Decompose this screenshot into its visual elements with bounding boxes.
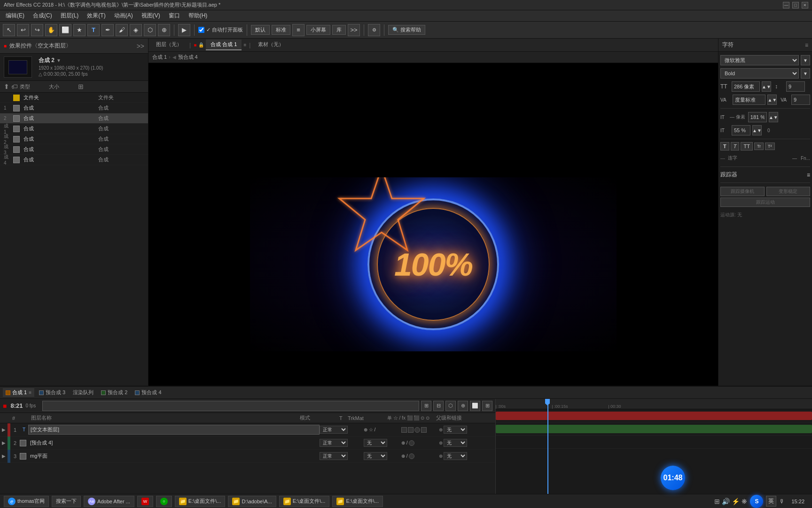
sys-mic-icon[interactable]: 🎙: [779, 498, 785, 505]
tracking-input[interactable]: [791, 95, 810, 105]
char-panel-menu-icon[interactable]: ≡: [805, 42, 808, 48]
breadcrumb-precomp4[interactable]: 预合成 4: [178, 54, 198, 61]
sougou-clock-badge[interactable]: 01:48: [661, 466, 685, 490]
taskbar-search[interactable]: 搜索一下: [52, 496, 81, 507]
kerning-stepper[interactable]: ▲▼: [767, 95, 777, 105]
tl-tab-render[interactable]: 渲染队列: [70, 388, 96, 397]
font-style-arrow[interactable]: ▼: [801, 68, 810, 79]
kerning-input[interactable]: [733, 95, 765, 105]
tool-zoom[interactable]: ⬜: [59, 24, 71, 36]
switch-3-1[interactable]: [409, 453, 414, 459]
viewer-tab-layer[interactable]: 图层（无）: [151, 40, 187, 50]
horiz-scale-input[interactable]: [732, 125, 750, 135]
viewer-tab-footage[interactable]: 素材（无）: [253, 40, 289, 50]
layer-expand-3[interactable]: ▶: [0, 453, 8, 459]
parent-select-2[interactable]: 无: [444, 439, 467, 447]
effect-controls-menu[interactable]: >>: [137, 42, 144, 50]
tl-tool-2[interactable]: ⊟: [433, 401, 444, 411]
preset-standard[interactable]: 标准: [272, 25, 290, 35]
tl-tool-4[interactable]: ⊕: [458, 401, 468, 411]
sys-network-icon[interactable]: ⊞: [714, 498, 720, 505]
menu-composition[interactable]: 合成(C): [29, 11, 56, 21]
list-item[interactable]: 成 1 合成 合成: [0, 124, 148, 134]
menu-layer[interactable]: 图层(L): [57, 11, 83, 21]
tl-tab-comp1[interactable]: 合成 1 ≡: [3, 388, 34, 397]
preset-menu-icon[interactable]: ≡: [292, 24, 304, 36]
switch-1-2[interactable]: [408, 427, 414, 433]
style-bold-btn[interactable]: T: [720, 142, 729, 151]
preset-library[interactable]: 库: [332, 25, 346, 35]
taskbar-thomas[interactable]: e thomas官网: [4, 496, 49, 507]
taskbar-wps[interactable]: W: [137, 496, 153, 507]
viewer-tab-composition[interactable]: 合成 合成 1: [206, 40, 242, 50]
taskbar-folder3[interactable]: 📁 E:\桌面文件\...: [279, 496, 330, 507]
tool-pen[interactable]: ✒: [102, 24, 114, 36]
sys-bluetooth-icon[interactable]: ❋: [742, 498, 747, 505]
tl-tool-6[interactable]: ⊞: [482, 401, 492, 411]
tl-tab-precomp3[interactable]: 预合成 3: [36, 388, 68, 397]
font-family-select[interactable]: 微软雅黑: [720, 55, 799, 65]
sougou-badge[interactable]: S: [750, 495, 763, 508]
tl-tool-1[interactable]: ⊞: [421, 401, 431, 411]
sort-icon[interactable]: ⬆: [4, 83, 9, 90]
list-item[interactable]: 成 2 合成 合成: [0, 134, 148, 144]
list-item[interactable]: 文件夹 文件夹: [0, 93, 148, 103]
settings-btn[interactable]: ⚙: [368, 24, 380, 36]
switch-1-3[interactable]: [414, 427, 420, 433]
preset-default[interactable]: 默认: [251, 25, 270, 35]
label-icon[interactable]: 🏷: [11, 83, 18, 90]
track-motion-btn[interactable]: 跟踪运动: [720, 198, 810, 207]
sys-volume-icon[interactable]: 🔊: [722, 498, 730, 505]
tool-stamp[interactable]: ◈: [130, 24, 142, 36]
preset-small-screen[interactable]: 小屏幕: [306, 25, 330, 35]
auto-open-panel-checkbox[interactable]: [198, 27, 204, 33]
tool-brush[interactable]: 🖌: [116, 24, 128, 36]
parent-select-3[interactable]: 无: [444, 452, 467, 460]
menu-animation[interactable]: 动画(A): [110, 11, 137, 21]
font-family-arrow[interactable]: ▼: [801, 55, 810, 65]
horiz-scale-stepper[interactable]: ▲▼: [752, 125, 762, 135]
leading-input[interactable]: [786, 81, 805, 92]
menu-window[interactable]: 窗口: [165, 11, 184, 21]
taskbar-ae[interactable]: Ae Adobe After ...: [84, 496, 134, 507]
new-comp-icon[interactable]: ⊞: [78, 83, 84, 90]
search-help-btn[interactable]: 🔍 搜索帮助: [388, 25, 425, 35]
warp-stabilize-btn[interactable]: 变形稳定: [766, 187, 811, 196]
layer-mode-select-2[interactable]: 正常: [320, 439, 348, 447]
vert-scale-input[interactable]: [748, 112, 767, 122]
timeline-layer-2[interactable]: ▶ 2 [预合成 4] 正常 无 ⊕ /: [0, 437, 495, 450]
layer-mode-select-3[interactable]: 正常: [320, 452, 348, 460]
taskbar-browser[interactable]: ○: [156, 496, 172, 507]
list-item[interactable]: 成 3 合成 合成: [0, 144, 148, 155]
taskbar-folder2[interactable]: 📁 D:\adobe\A...: [228, 496, 276, 507]
tl-tool-3[interactable]: ⬡: [445, 401, 456, 411]
menu-edit[interactable]: 编辑(E): [2, 11, 28, 21]
layer-expand-1[interactable]: ▶: [0, 427, 8, 432]
timeline-search-input[interactable]: [42, 401, 419, 411]
timeline-layer-1[interactable]: ▶ 1 T [空文本图层] 正常 ⊕ ☆ /: [0, 423, 495, 437]
tl-tab-precomp2[interactable]: 预合成 2: [98, 388, 130, 397]
breadcrumb-comp1[interactable]: 合成 1: [152, 54, 167, 61]
font-style-select[interactable]: BoldRegularItalic: [720, 68, 799, 79]
layer-expand-2[interactable]: ▶: [0, 440, 8, 445]
menu-effect[interactable]: 效果(T): [83, 11, 109, 21]
tl-tab-precomp4[interactable]: 预合成 4: [132, 388, 164, 397]
tl-tab-menu-comp1[interactable]: ≡: [29, 390, 31, 395]
font-size-input[interactable]: [732, 81, 760, 92]
trkmat-select-2[interactable]: 无: [364, 439, 387, 447]
style-italic-btn[interactable]: T: [731, 142, 740, 151]
minimize-button[interactable]: —: [783, 2, 789, 8]
vert-scale-stepper[interactable]: ▲▼: [769, 112, 778, 122]
tool-hand[interactable]: ✋: [45, 24, 57, 36]
maximize-button[interactable]: □: [792, 2, 799, 8]
switch-2-1[interactable]: [409, 440, 414, 446]
switch-1-4[interactable]: [421, 427, 427, 433]
more-presets-btn[interactable]: >>: [348, 24, 360, 36]
style-super-btn[interactable]: T²: [765, 143, 775, 150]
parent-select-1[interactable]: 无: [444, 426, 467, 434]
tool-text[interactable]: T: [87, 24, 100, 36]
tool-redo[interactable]: ↪: [31, 24, 43, 36]
timeline-playhead[interactable]: [547, 399, 548, 494]
tool-select[interactable]: ↖: [3, 24, 15, 36]
style-smallcaps-btn[interactable]: Tr: [754, 143, 764, 150]
